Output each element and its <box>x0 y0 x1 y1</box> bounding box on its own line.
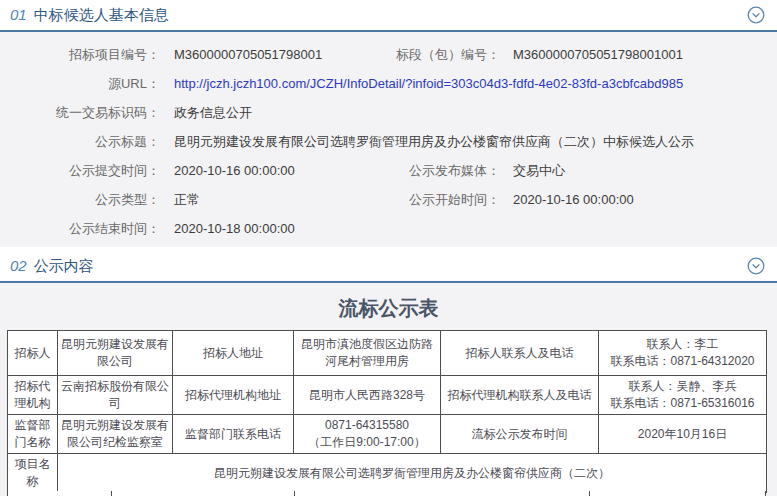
cell-bidder-contact: 联系人：李工 联系电话：0871-64312020 <box>599 331 767 376</box>
section2-heading: 02公示内容 <box>10 257 94 276</box>
package-no-label: 标段（包）编号： <box>390 40 500 69</box>
page: 01中标候选人基本信息 招标项目编号：M3600000705051798001 … <box>0 0 777 496</box>
media-label: 公示发布媒体： <box>390 156 500 185</box>
section1-heading: 01中标候选人基本信息 <box>10 6 169 25</box>
notice-type-label: 公示类型： <box>0 185 160 214</box>
contact-person: 联系人：吴静、李兵 <box>602 378 763 395</box>
table-next-row-partial <box>7 491 766 496</box>
contact-person: 联系人：李工 <box>602 336 763 353</box>
field-row: 招标项目编号：M3600000705051798001 标段（包）编号：M360… <box>0 40 777 69</box>
table-row: 项目名称 昆明元朔建设发展有限公司选聘罗衙管理用房及办公楼窗帘供应商（二次） <box>8 454 767 493</box>
phone-hours: （工作日9:00-17:00） <box>297 434 437 451</box>
cell-bidder-address: 昆明市滇池度假区边防路河尾村管理用房 <box>294 331 441 376</box>
media-value: 交易中心 <box>513 163 565 178</box>
field-row: 公示类型：正常 公示开始时间：2020-10-16 00:00:00 <box>0 185 777 214</box>
cell-bidder-label: 招标人 <box>8 331 58 376</box>
submit-time-label: 公示提交时间： <box>0 156 160 185</box>
source-url-link[interactable]: http://jczh.jczh100.com/JCZH/InfoDetail/… <box>174 76 683 91</box>
field-row: 公示结束时间：2020-10-18 00:00:00 <box>0 214 777 243</box>
cell-project-name-label: 项目名称 <box>8 454 58 493</box>
project-no-label: 招标项目编号： <box>0 40 160 69</box>
section1-collapse-chevron-icon[interactable] <box>747 6 765 24</box>
cell-project-name: 昆明元朔建设发展有限公司选聘罗衙管理用房及办公楼窗帘供应商（二次） <box>58 454 767 493</box>
project-no-value: M3600000705051798001 <box>174 47 322 62</box>
contact-phone: 联系电话：0871-64312020 <box>602 353 763 370</box>
field-row: 统一交易标识码：政务信息公开 <box>0 98 777 127</box>
partial-column-line <box>111 491 112 496</box>
phone-number: 0871-64315580 <box>297 417 437 434</box>
table-row: 招标代理机构 云南招标股份有限公司 招标代理机构地址 昆明市人民西路328号 招… <box>8 376 767 415</box>
contact-phone: 联系电话：0871-65316016 <box>602 395 763 412</box>
section2-header: 02公示内容 <box>0 251 777 281</box>
cell-supervisor-label: 监督部门名称 <box>8 415 58 454</box>
start-time-label: 公示开始时间： <box>390 185 500 214</box>
table-row: 招标人 昆明元朔建设发展有限公司 招标人地址 昆明市滇池度假区边防路河尾村管理用… <box>8 331 767 376</box>
section1-header: 01中标候选人基本信息 <box>0 0 777 30</box>
package-no-value: M3600000705051798001001 <box>513 47 683 62</box>
notice-title-label: 公示标题： <box>0 127 160 156</box>
cell-supervisor-name: 昆明元朔建设发展有限公司纪检监察室 <box>58 415 173 454</box>
field-row: 公示标题：昆明元朔建设发展有限公司选聘罗衙管理用房及办公楼窗帘供应商（二次）中标… <box>0 127 777 156</box>
cell-bidder-address-label: 招标人地址 <box>173 331 294 376</box>
trade-code-value: 政务信息公开 <box>174 105 252 120</box>
cell-publish-time-label: 流标公示发布时间 <box>441 415 599 454</box>
cell-bidder-name: 昆明元朔建设发展有限公司 <box>58 331 173 376</box>
cell-agency-contact: 联系人：吴静、李兵 联系电话：0871-65316016 <box>599 376 767 415</box>
notice-type-value: 正常 <box>174 192 200 207</box>
cell-bidder-contact-label: 招标人联系人及电话 <box>441 331 599 376</box>
cell-supervisor-phone: 0871-64315580 （工作日9:00-17:00） <box>294 415 441 454</box>
cell-agency-name: 云南招标股份有限公司 <box>58 376 173 415</box>
cell-agency-contact-label: 招标代理机构联系人及电话 <box>441 376 599 415</box>
cell-supervisor-phone-label: 监督部门联系电话 <box>173 415 294 454</box>
cell-agency-label: 招标代理机构 <box>8 376 58 415</box>
partial-column-line <box>294 491 295 496</box>
cell-publish-time: 2020年10月16日 <box>599 415 767 454</box>
section2-title: 公示内容 <box>34 257 94 274</box>
failed-bid-publicity-table: 招标人 昆明元朔建设发展有限公司 招标人地址 昆明市滇池度假区边防路河尾村管理用… <box>7 330 767 493</box>
section2-panel: 流标公示表 招标人 昆明元朔建设发展有限公司 招标人地址 昆明市滇池度假区边防路… <box>0 283 777 496</box>
section1-number: 01 <box>10 6 27 23</box>
table-row: 监督部门名称 昆明元朔建设发展有限公司纪检监察室 监督部门联系电话 0871-6… <box>8 415 767 454</box>
notice-title-value: 昆明元朔建设发展有限公司选聘罗衙管理用房及办公楼窗帘供应商（二次）中标候选人公示 <box>174 134 694 149</box>
cell-agency-address-label: 招标代理机构地址 <box>173 376 294 415</box>
cell-agency-address: 昆明市人民西路328号 <box>294 376 441 415</box>
end-time-label: 公示结束时间： <box>0 214 160 243</box>
partial-column-line <box>589 491 590 496</box>
end-time-value: 2020-10-18 00:00:00 <box>174 221 295 236</box>
section2-collapse-chevron-icon[interactable] <box>747 257 765 275</box>
table-title: 流标公示表 <box>0 295 777 322</box>
trade-code-label: 统一交易标识码： <box>0 98 160 127</box>
section1-title: 中标候选人基本信息 <box>34 6 169 23</box>
source-url-label: 源URL： <box>0 69 160 98</box>
field-row: 公示提交时间：2020-10-16 00:00:00 公示发布媒体：交易中心 <box>0 156 777 185</box>
section1-panel: 招标项目编号：M3600000705051798001 标段（包）编号：M360… <box>0 32 777 247</box>
field-row: 源URL：http://jczh.jczh100.com/JCZH/InfoDe… <box>0 69 777 98</box>
submit-time-value: 2020-10-16 00:00:00 <box>174 163 295 178</box>
section2-number: 02 <box>10 257 27 274</box>
start-time-value: 2020-10-16 00:00:00 <box>513 192 634 207</box>
